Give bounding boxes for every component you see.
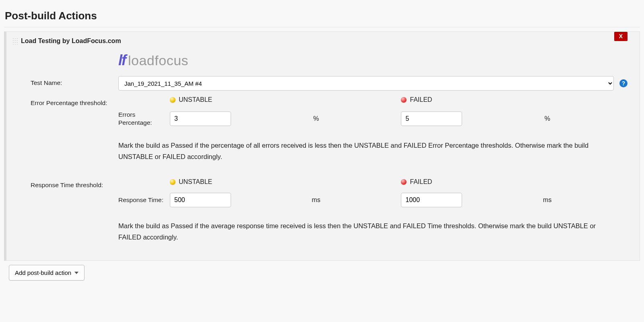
ms-unit: ms: [312, 196, 396, 204]
failed-text: FAILED: [410, 178, 432, 186]
loadfocus-logo: lfloadfocus: [31, 50, 627, 76]
drag-handle-icon[interactable]: [12, 37, 18, 45]
help-icon[interactable]: ?: [619, 79, 627, 87]
logo-prefix: lf: [118, 52, 126, 68]
response-time-sublabel: Response Time:: [118, 196, 165, 204]
error-failed-input[interactable]: [401, 111, 462, 126]
unstable-text: UNSTABLE: [179, 178, 212, 186]
ms-unit: ms: [543, 196, 627, 204]
error-threshold-description: Mark the build as Passed if the percenta…: [118, 140, 613, 162]
response-failed-input[interactable]: [401, 193, 462, 207]
failed-dot-icon: [401, 97, 407, 103]
add-post-build-action-button[interactable]: Add post-build action: [9, 265, 85, 281]
error-threshold-label: Error Percentage threshold:: [31, 96, 118, 107]
response-threshold-label: Response Time threshold:: [31, 178, 118, 189]
unstable-text: UNSTABLE: [179, 96, 212, 103]
add-button-label: Add post-build action: [15, 269, 71, 276]
failed-dot-icon: [401, 179, 407, 185]
error-unstable-input[interactable]: [170, 111, 231, 126]
remove-step-button[interactable]: X: [614, 32, 627, 41]
step-title: Load Testing by LoadFocus.com: [21, 37, 121, 45]
response-threshold-description: Mark the build as Passed if the average …: [118, 220, 613, 243]
test-name-label: Test Name:: [31, 76, 118, 87]
step-header: Load Testing by LoadFocus.com: [6, 32, 640, 50]
errors-percentage-sublabel: Errors Percentage:: [118, 111, 165, 127]
logo-text: loadfocus: [128, 53, 188, 68]
failed-header: FAILED: [401, 178, 538, 186]
response-unstable-input[interactable]: [170, 193, 231, 207]
test-name-select[interactable]: Jan_19_2021_11_35_AM #4: [118, 76, 614, 91]
failed-text: FAILED: [410, 96, 432, 103]
page-title: Post-build Actions: [4, 4, 640, 27]
percent-unit: %: [313, 115, 396, 122]
failed-header: FAILED: [401, 96, 539, 103]
post-build-step-block: X Load Testing by LoadFocus.com lfloadfo…: [4, 31, 640, 261]
percent-unit: %: [545, 115, 627, 122]
unstable-dot-icon: [170, 179, 175, 185]
unstable-dot-icon: [170, 97, 175, 103]
chevron-down-icon: [74, 272, 78, 274]
unstable-header: UNSTABLE: [170, 178, 307, 186]
unstable-header: UNSTABLE: [170, 96, 308, 103]
divider: [4, 27, 640, 27]
